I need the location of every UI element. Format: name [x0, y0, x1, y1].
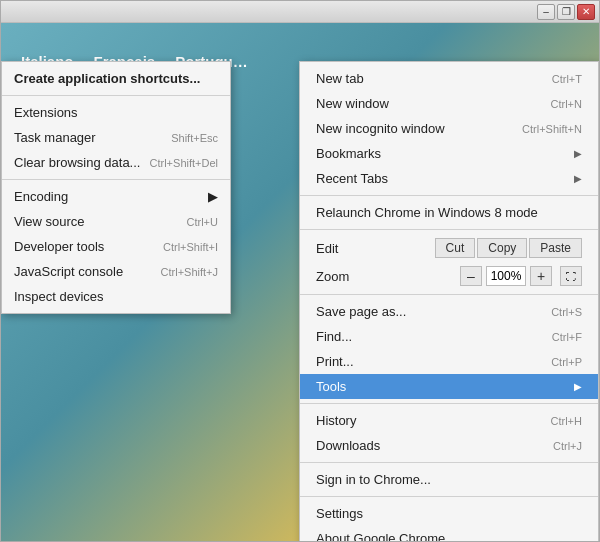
- extensions-label: Extensions: [14, 105, 78, 120]
- inspect-devices-item[interactable]: Inspect devices: [2, 284, 230, 309]
- javascript-console-shortcut: Ctrl+Shift+J: [161, 266, 218, 278]
- task-manager-item[interactable]: Task manager Shift+Esc: [2, 125, 230, 150]
- new-incognito-item[interactable]: New incognito window Ctrl+Shift+N: [300, 116, 598, 141]
- task-manager-label: Task manager: [14, 130, 96, 145]
- clear-browsing-item[interactable]: Clear browsing data... Ctrl+Shift+Del: [2, 150, 230, 175]
- paste-button[interactable]: Paste: [529, 238, 582, 258]
- new-tab-shortcut: Ctrl+T: [552, 73, 582, 85]
- extensions-item[interactable]: Extensions: [2, 100, 230, 125]
- zoom-row: Zoom – 100% + ⛶: [300, 262, 598, 290]
- new-tab-label: New tab: [316, 71, 364, 86]
- new-window-item[interactable]: New window Ctrl+N: [300, 91, 598, 116]
- developer-tools-item[interactable]: Developer tools Ctrl+Shift+I: [2, 234, 230, 259]
- copy-button[interactable]: Copy: [477, 238, 527, 258]
- bookmarks-item[interactable]: Bookmarks ▶: [300, 141, 598, 166]
- settings-label: Settings: [316, 506, 363, 521]
- encoding-label: Encoding: [14, 189, 68, 204]
- tools-label: Tools: [316, 379, 346, 394]
- separator-5: [300, 462, 598, 463]
- zoom-plus-button[interactable]: +: [530, 266, 552, 286]
- signin-label: Sign in to Chrome...: [316, 472, 431, 487]
- window-frame: – ❐ ✕ ☆ ≡ Italiano Français Portugu… ice…: [0, 0, 600, 542]
- view-source-item[interactable]: View source Ctrl+U: [2, 209, 230, 234]
- history-item[interactable]: History Ctrl+H: [300, 408, 598, 433]
- view-source-shortcut: Ctrl+U: [187, 216, 218, 228]
- edit-row: Edit Cut Copy Paste: [300, 234, 598, 262]
- recent-tabs-label: Recent Tabs: [316, 171, 388, 186]
- bookmarks-arrow: ▶: [574, 148, 582, 159]
- print-label: Print...: [316, 354, 354, 369]
- separator-2: [300, 229, 598, 230]
- separator-6: [300, 496, 598, 497]
- save-page-label: Save page as...: [316, 304, 406, 319]
- relaunch-label: Relaunch Chrome in Windows 8 mode: [316, 205, 538, 220]
- separator-4: [300, 403, 598, 404]
- browser-content: ☆ ≡ Italiano Français Portugu… iceFounta…: [1, 23, 599, 541]
- new-incognito-shortcut: Ctrl+Shift+N: [522, 123, 582, 135]
- downloads-item[interactable]: Downloads Ctrl+J: [300, 433, 598, 458]
- settings-item[interactable]: Settings: [300, 501, 598, 526]
- bookmarks-label: Bookmarks: [316, 146, 381, 161]
- downloads-label: Downloads: [316, 438, 380, 453]
- developer-tools-label: Developer tools: [14, 239, 104, 254]
- recent-tabs-arrow: ▶: [574, 173, 582, 184]
- maximize-button[interactable]: ❐: [557, 4, 575, 20]
- zoom-fullscreen-button[interactable]: ⛶: [560, 266, 582, 286]
- separator-3: [300, 294, 598, 295]
- print-shortcut: Ctrl+P: [551, 356, 582, 368]
- encoding-arrow: ▶: [208, 189, 218, 204]
- signin-item[interactable]: Sign in to Chrome...: [300, 467, 598, 492]
- tools-item[interactable]: Tools ▶: [300, 374, 598, 399]
- main-menu: New tab Ctrl+T New window Ctrl+N New inc…: [299, 61, 599, 541]
- recent-tabs-item[interactable]: Recent Tabs ▶: [300, 166, 598, 191]
- javascript-console-label: JavaScript console: [14, 264, 123, 279]
- separator: [2, 95, 230, 96]
- new-incognito-label: New incognito window: [316, 121, 445, 136]
- close-button[interactable]: ✕: [577, 4, 595, 20]
- encoding-item[interactable]: Encoding ▶: [2, 184, 230, 209]
- find-item[interactable]: Find... Ctrl+F: [300, 324, 598, 349]
- create-shortcuts-item[interactable]: Create application shortcuts...: [2, 66, 230, 91]
- find-label: Find...: [316, 329, 352, 344]
- clear-browsing-shortcut: Ctrl+Shift+Del: [150, 157, 218, 169]
- about-label: About Google Chrome: [316, 531, 445, 541]
- cut-button[interactable]: Cut: [435, 238, 476, 258]
- downloads-shortcut: Ctrl+J: [553, 440, 582, 452]
- history-label: History: [316, 413, 356, 428]
- new-tab-item[interactable]: New tab Ctrl+T: [300, 66, 598, 91]
- minimize-button[interactable]: –: [537, 4, 555, 20]
- save-page-item[interactable]: Save page as... Ctrl+S: [300, 299, 598, 324]
- zoom-controls: – 100% + ⛶: [460, 266, 582, 286]
- clear-browsing-label: Clear browsing data...: [14, 155, 140, 170]
- new-window-label: New window: [316, 96, 389, 111]
- new-window-shortcut: Ctrl+N: [551, 98, 582, 110]
- developer-tools-shortcut: Ctrl+Shift+I: [163, 241, 218, 253]
- zoom-label: Zoom: [316, 269, 460, 284]
- find-shortcut: Ctrl+F: [552, 331, 582, 343]
- task-manager-shortcut: Shift+Esc: [171, 132, 218, 144]
- about-item[interactable]: About Google Chrome: [300, 526, 598, 541]
- javascript-console-item[interactable]: JavaScript console Ctrl+Shift+J: [2, 259, 230, 284]
- create-shortcuts-label: Create application shortcuts...: [14, 71, 200, 86]
- title-bar: – ❐ ✕: [1, 1, 599, 23]
- zoom-minus-button[interactable]: –: [460, 266, 482, 286]
- inspect-devices-label: Inspect devices: [14, 289, 104, 304]
- history-shortcut: Ctrl+H: [551, 415, 582, 427]
- separator: [2, 179, 230, 180]
- edit-label: Edit: [316, 241, 435, 256]
- relaunch-item[interactable]: Relaunch Chrome in Windows 8 mode: [300, 200, 598, 225]
- separator-1: [300, 195, 598, 196]
- zoom-value: 100%: [486, 266, 526, 286]
- tools-arrow: ▶: [574, 381, 582, 392]
- save-page-shortcut: Ctrl+S: [551, 306, 582, 318]
- tools-submenu: Create application shortcuts... Extensio…: [1, 61, 231, 314]
- print-item[interactable]: Print... Ctrl+P: [300, 349, 598, 374]
- edit-buttons: Cut Copy Paste: [435, 238, 582, 258]
- view-source-label: View source: [14, 214, 85, 229]
